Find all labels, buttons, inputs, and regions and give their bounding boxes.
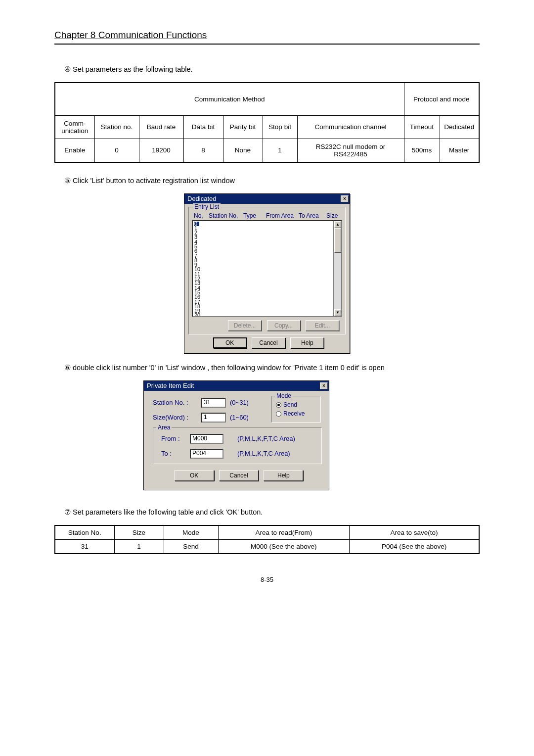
t1-col-8: Dedicated xyxy=(440,115,479,139)
mode-legend: Mode xyxy=(275,392,293,399)
list-item[interactable]: 18 xyxy=(194,304,332,309)
ok-button[interactable]: OK xyxy=(213,337,247,348)
t1-cell-7: 500ms xyxy=(404,139,440,162)
list-item[interactable]: 8 xyxy=(194,258,332,263)
station-no-input[interactable]: 31 xyxy=(201,398,226,408)
dedicated-titlebar[interactable]: Dedicated × xyxy=(184,194,350,204)
list-item[interactable]: 15 xyxy=(194,290,332,295)
from-hint: (P,M,L,K,F,T,C Area) xyxy=(237,435,295,442)
step-7: ⑦ Set parameters like the following tabl… xyxy=(64,508,480,516)
t1-hdr-protocol: Protocol and mode xyxy=(404,83,479,115)
list-item[interactable]: 12 xyxy=(194,277,332,281)
close-icon[interactable]: × xyxy=(341,195,349,202)
t2-cell-1: 1 xyxy=(114,539,164,554)
t2-col-4: Area to save(to) xyxy=(350,525,479,540)
chapter-title: Chapter 8 Communication Functions xyxy=(54,30,480,43)
list-item[interactable]: 2 xyxy=(194,231,332,235)
t2-cell-3: M000 (See the above) xyxy=(218,539,350,554)
t1-col-6: Communication channel xyxy=(297,115,404,139)
t1-cell-3: 8 xyxy=(183,139,223,162)
mode-send-label: Send xyxy=(283,401,297,408)
scrollbar[interactable]: ▲ ▼ xyxy=(334,220,342,317)
list-item[interactable]: 6 xyxy=(194,249,332,253)
t1-col-4: Parity bit xyxy=(223,115,263,139)
t2-cell-0: 31 xyxy=(55,539,114,554)
scroll-up-icon[interactable]: ▲ xyxy=(334,221,341,228)
help-button[interactable]: Help xyxy=(290,337,324,348)
t1-cell-6: RS232C null modem or RS422/485 xyxy=(297,139,404,162)
hdr-size: Size xyxy=(326,212,338,219)
t2-cell-4: P004 (See the above) xyxy=(350,539,479,554)
hdr-from: From Area xyxy=(266,212,296,219)
dedicated-title: Dedicated xyxy=(187,195,217,202)
hdr-to: To Area xyxy=(299,212,323,219)
list-item[interactable]: 19 xyxy=(194,309,332,313)
t1-col-1: Station no. xyxy=(94,115,139,139)
communication-method-table: Communication Method Protocol and mode C… xyxy=(54,82,480,163)
t1-cell-0: Enable xyxy=(55,139,94,162)
list-item[interactable]: 16 xyxy=(194,295,332,299)
list-item[interactable]: 4 xyxy=(194,240,332,244)
step-6: ⑥ double click list number '0' in 'List'… xyxy=(64,364,480,372)
t1-cell-4: None xyxy=(223,139,263,162)
ok-button[interactable]: OK xyxy=(175,470,214,481)
list-item[interactable]: 9 xyxy=(194,263,332,267)
scroll-thumb[interactable] xyxy=(334,228,341,253)
delete-button[interactable]: Delete... xyxy=(228,320,262,331)
step-7-text: Set parameters like the following table … xyxy=(73,508,263,516)
t2-col-2: Mode xyxy=(164,525,218,540)
list-item[interactable]: 3 xyxy=(194,235,332,239)
private-title: Private Item Edit xyxy=(147,382,194,389)
t2-cell-2: Send xyxy=(164,539,218,554)
step-6-text: double click list number '0' in 'List' w… xyxy=(73,364,385,372)
step-7-num: ⑦ xyxy=(64,508,71,516)
size-range: (1~60) xyxy=(230,414,249,421)
to-hint: (P,M,L,K,T,C Area) xyxy=(237,450,290,457)
area-legend: Area xyxy=(156,424,172,431)
t1-cell-1: 0 xyxy=(94,139,139,162)
entry-listbox[interactable]: 0 1 2 3 4 5 6 7 8 9 10 11 12 13 14 15 16 xyxy=(192,220,334,317)
mode-send-radio[interactable]: Send xyxy=(276,401,316,408)
hdr-type: Type xyxy=(243,212,263,219)
to-input[interactable]: P004 xyxy=(190,449,223,459)
t2-col-0: Station No. xyxy=(55,525,114,540)
list-item[interactable]: 13 xyxy=(194,281,332,285)
parameter-table: Station No. Size Mode Area to read(From)… xyxy=(54,525,480,554)
scroll-down-icon[interactable]: ▼ xyxy=(334,309,341,316)
station-no-range: (0~31) xyxy=(230,399,249,406)
t1-cell-8: Master xyxy=(440,139,479,162)
hdr-station: Station No, xyxy=(209,212,240,219)
list-item[interactable]: 11 xyxy=(194,272,332,277)
size-input[interactable]: 1 xyxy=(201,413,226,423)
close-icon[interactable]: × xyxy=(320,382,328,389)
cancel-button[interactable]: Cancel xyxy=(219,470,259,481)
radio-on-icon xyxy=(276,402,281,408)
list-item[interactable]: 20 xyxy=(194,313,332,317)
copy-button[interactable]: Copy... xyxy=(267,320,301,331)
step-4: ④ Set parameters as the following table. xyxy=(64,65,480,73)
list-item[interactable]: 17 xyxy=(194,300,332,304)
mode-receive-radio[interactable]: Receive xyxy=(276,410,316,417)
entry-list-group: Entry List No, Station No, Type From Are… xyxy=(188,207,346,334)
t1-cell-2: 19200 xyxy=(139,139,183,162)
from-label: From : xyxy=(161,435,186,442)
step-6-num: ⑥ xyxy=(64,364,71,372)
from-input[interactable]: M000 xyxy=(190,434,223,444)
t1-hdr-comm-method: Communication Method xyxy=(55,83,404,115)
list-item[interactable]: 10 xyxy=(194,267,332,272)
t1-col-7: Timeout xyxy=(404,115,440,139)
list-item[interactable]: 7 xyxy=(194,254,332,258)
t1-col-0: Comm-unication xyxy=(55,115,94,139)
list-item[interactable]: 5 xyxy=(194,244,332,249)
area-group: Area From : M000 (P,M,L,K,F,T,C Area) To… xyxy=(153,427,322,464)
dedicated-window: Dedicated × Entry List No, Station No, T… xyxy=(184,193,350,354)
help-button[interactable]: Help xyxy=(264,470,303,481)
cancel-button[interactable]: Cancel xyxy=(252,337,285,348)
entry-list-header: No, Station No, Type From Area To Area S… xyxy=(192,212,342,220)
edit-button[interactable]: Edit... xyxy=(306,320,339,331)
t1-col-2: Baud rate xyxy=(139,115,183,139)
list-item[interactable]: 14 xyxy=(194,286,332,290)
to-label: To : xyxy=(161,450,186,457)
list-item[interactable]: 1 xyxy=(194,226,332,231)
private-titlebar[interactable]: Private Item Edit × xyxy=(144,381,329,391)
